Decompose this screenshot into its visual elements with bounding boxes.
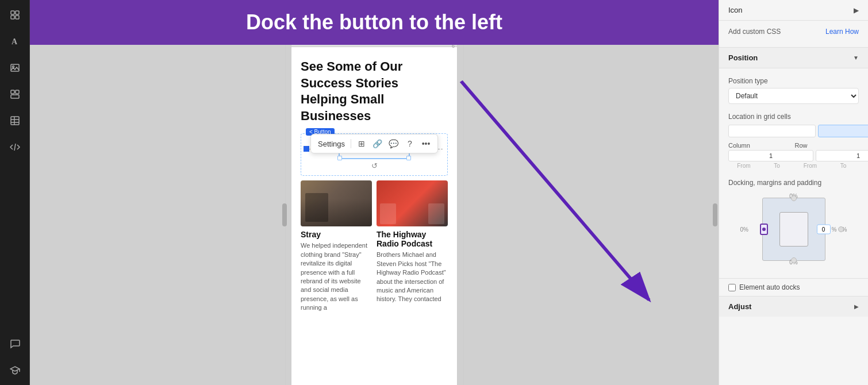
code-icon[interactable] <box>7 139 23 155</box>
position-chevron: ▼ <box>853 55 859 61</box>
highway-image <box>377 180 448 226</box>
dock-handle-top[interactable] <box>791 195 797 201</box>
more-icon[interactable]: ••• <box>419 137 433 151</box>
canvas-area[interactable]: 6 See Some of Our Success Stories Helpin… <box>30 45 719 385</box>
stray-description: We helped independent clothing brand "St… <box>301 241 372 312</box>
rotate-handle[interactable]: ↺ <box>306 160 443 171</box>
blocks-icon[interactable] <box>7 86 23 102</box>
components-icon[interactable] <box>7 7 23 23</box>
row-from-label: From <box>795 163 826 169</box>
col-to-input[interactable] <box>816 150 868 161</box>
icon-label-row[interactable]: Icon ▶ <box>719 0 868 21</box>
left-sidebar: A <box>0 0 30 385</box>
row-header: Row <box>795 142 859 149</box>
main-area: Dock the button to the left 6 See Some o… <box>30 0 719 385</box>
svg-marker-15 <box>10 367 20 371</box>
dock-left-handle[interactable] <box>760 224 768 235</box>
auto-docks-checkbox[interactable] <box>728 284 736 291</box>
dock-left-pct: 0% <box>740 226 748 233</box>
highway-title: The Highway Radio Podcast <box>377 230 448 248</box>
graduate-icon[interactable] <box>7 362 23 378</box>
left-panel-resizer[interactable] <box>282 203 287 226</box>
mobile-preview: 6 See Some of Our Success Stories Helpin… <box>291 45 458 385</box>
svg-rect-8 <box>16 90 19 94</box>
adjust-label: Adjust <box>728 302 751 311</box>
auto-docks-label: Element auto docks <box>739 283 800 291</box>
highway-description: Brothers Michael and Steven Picks host "… <box>377 251 448 303</box>
position-content: Position type Default Location in grid c… <box>719 68 868 278</box>
svg-line-14 <box>14 144 16 151</box>
svg-line-18 <box>461 81 649 300</box>
adjust-section-header[interactable]: Adjust ▶ <box>719 296 868 317</box>
docking-label: Docking, margins and padding <box>728 179 821 187</box>
dock-inner-element <box>779 212 808 247</box>
col-from-label: From <box>728 163 759 169</box>
card-stray: Stray We helped independent clothing bra… <box>301 180 372 312</box>
svg-rect-5 <box>11 64 19 71</box>
comment-icon[interactable] <box>7 336 23 352</box>
preview-title: See Some of Our Success Stories Helping … <box>301 59 448 124</box>
settings-label[interactable]: Settings <box>316 138 347 149</box>
grid-icon[interactable]: ⊞ <box>355 137 368 151</box>
adjust-chevron: ▶ <box>854 303 859 310</box>
grid-cell-input-1[interactable] <box>728 125 816 137</box>
col-from-input[interactable] <box>728 150 813 161</box>
dock-handle-right[interactable] <box>838 226 844 232</box>
right-panel: Icon ▶ Add custom CSS Learn How Position… <box>719 0 868 385</box>
resize-handle-bl[interactable] <box>337 156 342 160</box>
custom-css-label: Add custom CSS <box>728 28 781 36</box>
learn-how-link[interactable]: Learn How <box>825 28 859 36</box>
image-icon[interactable] <box>7 60 23 76</box>
svg-rect-2 <box>11 16 14 19</box>
table-icon[interactable] <box>7 113 23 129</box>
card-highway: The Highway Radio Podcast Brothers Micha… <box>377 180 448 312</box>
column-guide-right <box>463 45 464 385</box>
stray-title: Stray <box>301 230 372 239</box>
docking-diagram: 0% 0% 0% 0% % <box>739 192 848 267</box>
text-icon[interactable]: A <box>7 33 23 49</box>
svg-rect-7 <box>11 90 14 94</box>
grid-cell-input-2[interactable] <box>818 125 868 137</box>
col-to-label: To <box>762 163 793 169</box>
svg-rect-3 <box>16 16 19 19</box>
banner-text: Dock the button to the left <box>246 10 502 34</box>
dock-handle-bottom[interactable] <box>791 257 797 263</box>
toolbar-divider <box>351 139 351 148</box>
position-section-header[interactable]: Position ▼ <box>719 48 868 68</box>
position-type-select[interactable]: Default <box>728 88 859 104</box>
dock-left-dot <box>762 228 766 231</box>
auto-docks-row: Element auto docks <box>719 278 868 296</box>
dock-right-input-group: % <box>817 225 837 234</box>
svg-rect-10 <box>11 117 19 125</box>
svg-rect-0 <box>11 11 14 14</box>
icon-expand-arrow: ▶ <box>854 6 859 14</box>
resize-handle-br[interactable] <box>406 156 411 160</box>
connector-dot-left <box>304 146 309 152</box>
position-type-label: Position type <box>728 77 768 85</box>
column-header: Column <box>728 142 793 149</box>
element-toolbar: Settings ⊞ 🔗 💬 ? ••• <box>310 134 438 153</box>
question-icon[interactable]: ? <box>403 137 417 151</box>
stray-image <box>301 180 372 226</box>
row-to-label: To <box>828 163 859 169</box>
link-icon[interactable]: 🔗 <box>371 137 385 151</box>
custom-css-section: Add custom CSS Learn How <box>719 21 868 48</box>
position-section-title: Position <box>728 53 758 62</box>
cards-grid: Stray We helped independent clothing bra… <box>301 180 448 312</box>
icon-label: Icon <box>728 6 743 14</box>
dock-right-unit: % <box>832 226 837 233</box>
svg-rect-9 <box>11 95 19 98</box>
dock-right-input[interactable] <box>817 225 831 234</box>
right-panel-resizer[interactable] <box>713 203 717 226</box>
svg-rect-1 <box>16 11 19 14</box>
message-icon[interactable]: 💬 <box>387 137 401 151</box>
svg-text:A: A <box>11 37 18 46</box>
tutorial-banner: Dock the button to the left <box>30 0 719 45</box>
location-label: Location in grid cells <box>728 113 791 121</box>
